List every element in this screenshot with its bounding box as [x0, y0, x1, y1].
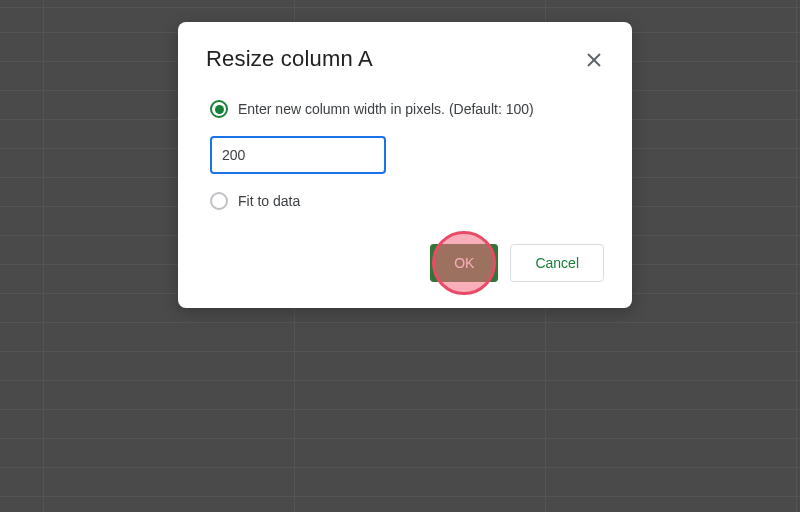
dialog-title: Resize column A — [206, 46, 373, 72]
close-icon — [586, 52, 602, 68]
column-width-input[interactable] — [210, 136, 386, 174]
radio-option-pixels[interactable]: Enter new column width in pixels. (Defau… — [210, 100, 604, 118]
option-fit-label: Fit to data — [238, 193, 300, 209]
ok-button[interactable]: OK — [430, 244, 498, 282]
radio-checked-icon — [210, 100, 228, 118]
close-button[interactable] — [578, 44, 610, 76]
radio-option-fit[interactable]: Fit to data — [210, 192, 604, 210]
radio-unchecked-icon — [210, 192, 228, 210]
resize-column-dialog: Resize column A Enter new column width i… — [178, 22, 632, 308]
option-pixels-label: Enter new column width in pixels. (Defau… — [238, 101, 534, 117]
cancel-button[interactable]: Cancel — [510, 244, 604, 282]
